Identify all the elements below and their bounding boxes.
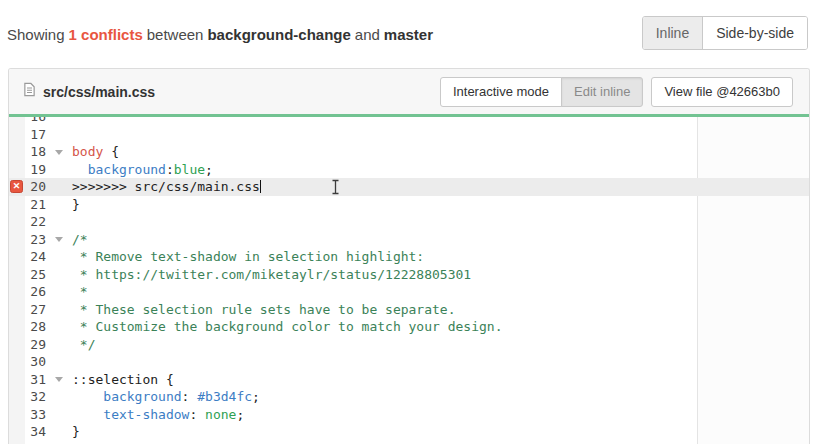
code-line-23[interactable]: 23/* xyxy=(9,231,809,249)
code-line-30[interactable]: 30 xyxy=(9,353,809,371)
code-text[interactable] xyxy=(68,213,72,231)
code-text[interactable] xyxy=(68,126,72,144)
marker-gutter xyxy=(9,388,25,406)
code-line-32[interactable]: 32 background: #b3d4fc; xyxy=(9,388,809,406)
line-number: 28 xyxy=(25,318,49,336)
summary-between: between xyxy=(147,26,204,43)
fold-arrow-icon[interactable] xyxy=(55,377,63,382)
fold-gutter xyxy=(49,318,68,336)
line-number: 34 xyxy=(25,423,49,441)
file-icon xyxy=(23,82,36,101)
code-text[interactable] xyxy=(68,117,72,126)
view-mode-toggle: Inline Side-by-side xyxy=(642,16,808,50)
edit-inline-button[interactable]: Edit inline xyxy=(561,77,643,107)
code-editor[interactable]: 161718body {19 background:blue;✕20>>>>>>… xyxy=(9,117,809,444)
fold-gutter xyxy=(49,283,68,301)
code-text[interactable]: body { xyxy=(68,143,119,161)
code-text[interactable]: } xyxy=(68,196,80,214)
line-number: 17 xyxy=(25,126,49,144)
fold-gutter xyxy=(49,213,68,231)
fold-gutter[interactable] xyxy=(49,371,68,389)
marker-gutter xyxy=(9,117,25,126)
code-text[interactable]: /* xyxy=(68,231,88,249)
code-line-25[interactable]: 25 * https://twitter.com/miketaylr/statu… xyxy=(9,266,809,284)
marker-gutter xyxy=(9,423,25,441)
code-lines: 161718body {19 background:blue;✕20>>>>>>… xyxy=(9,117,809,441)
code-line-17[interactable]: 17 xyxy=(9,126,809,144)
file-title: src/css/main.css xyxy=(23,82,155,101)
fold-gutter xyxy=(49,117,68,126)
code-line-34[interactable]: 34} xyxy=(9,423,809,441)
fold-gutter xyxy=(49,388,68,406)
marker-gutter xyxy=(9,301,25,319)
fold-gutter xyxy=(49,126,68,144)
code-line-20[interactable]: ✕20>>>>>>> src/css/main.css xyxy=(9,178,809,196)
summary-and: and xyxy=(355,26,380,43)
fold-gutter[interactable] xyxy=(49,143,68,161)
code-text[interactable]: * https://twitter.com/miketaylr/status/1… xyxy=(68,266,471,284)
line-number: 24 xyxy=(25,248,49,266)
code-text[interactable]: * Remove text-shadow in selection highli… xyxy=(68,248,424,266)
code-text[interactable]: * Customize the background color to matc… xyxy=(68,318,502,336)
code-line-33[interactable]: 33 text-shadow: none; xyxy=(9,406,809,424)
fold-gutter xyxy=(49,161,68,179)
marker-gutter xyxy=(9,353,25,371)
toggle-inline[interactable]: Inline xyxy=(643,17,703,49)
marker-gutter xyxy=(9,336,25,354)
code-line-24[interactable]: 24 * Remove text-shadow in selection hig… xyxy=(9,248,809,266)
fold-arrow-icon[interactable] xyxy=(55,237,63,242)
code-line-19[interactable]: 19 background:blue; xyxy=(9,161,809,179)
fold-gutter xyxy=(49,178,68,196)
line-number: 20 xyxy=(25,178,49,196)
summary-prefix: Showing xyxy=(7,26,65,43)
interactive-mode-button[interactable]: Interactive mode xyxy=(440,77,562,107)
line-number: 30 xyxy=(25,353,49,371)
marker-gutter xyxy=(9,318,25,336)
branch-name-right: master xyxy=(384,26,433,43)
code-line-18[interactable]: 18body { xyxy=(9,143,809,161)
code-line-28[interactable]: 28 * Customize the background color to m… xyxy=(9,318,809,336)
edit-mode-button-group: Interactive mode Edit inline xyxy=(440,77,643,107)
marker-gutter xyxy=(9,196,25,214)
fold-gutter[interactable] xyxy=(49,231,68,249)
file-panel-header: src/css/main.css Interactive mode Edit i… xyxy=(9,69,809,114)
code-text[interactable]: text-shadow: none; xyxy=(68,406,244,424)
file-path: src/css/main.css xyxy=(43,84,155,100)
marker-gutter xyxy=(9,143,25,161)
code-text[interactable]: * xyxy=(68,283,88,301)
code-text[interactable]: >>>>>>> src/css/main.css xyxy=(68,178,261,196)
view-file-button[interactable]: View file @42663b0 xyxy=(651,77,793,107)
conflict-error-icon: ✕ xyxy=(10,180,23,193)
line-number: 31 xyxy=(25,371,49,389)
code-line-31[interactable]: 31::selection { xyxy=(9,371,809,389)
fold-arrow-icon[interactable] xyxy=(55,150,63,155)
code-text[interactable] xyxy=(68,353,72,371)
text-caret xyxy=(260,180,261,193)
branch-name-left: background-change xyxy=(207,26,350,43)
line-number: 32 xyxy=(25,388,49,406)
marker-gutter xyxy=(9,406,25,424)
code-line-29[interactable]: 29 */ xyxy=(9,336,809,354)
line-number: 23 xyxy=(25,231,49,249)
line-number: 19 xyxy=(25,161,49,179)
line-number: 22 xyxy=(25,213,49,231)
code-line-27[interactable]: 27 * These selection rule sets have to b… xyxy=(9,301,809,319)
code-text[interactable]: ::selection { xyxy=(68,371,174,389)
code-text[interactable]: background: #b3d4fc; xyxy=(68,388,260,406)
code-text[interactable]: } xyxy=(68,423,80,441)
file-toolbar: Interactive mode Edit inline View file @… xyxy=(440,77,793,107)
fold-gutter xyxy=(49,301,68,319)
marker-gutter xyxy=(9,231,25,249)
fold-gutter xyxy=(49,248,68,266)
code-text[interactable]: background:blue; xyxy=(68,161,213,179)
code-text[interactable]: */ xyxy=(68,336,95,354)
code-line-16[interactable]: 16 xyxy=(9,117,809,126)
code-text[interactable]: * These selection rule sets have to be s… xyxy=(68,301,456,319)
line-number: 21 xyxy=(25,196,49,214)
code-line-22[interactable]: 22 xyxy=(9,213,809,231)
code-line-26[interactable]: 26 * xyxy=(9,283,809,301)
code-line-21[interactable]: 21} xyxy=(9,196,809,214)
toggle-side-by-side[interactable]: Side-by-side xyxy=(703,17,807,49)
marker-gutter xyxy=(9,248,25,266)
fold-gutter xyxy=(49,266,68,284)
